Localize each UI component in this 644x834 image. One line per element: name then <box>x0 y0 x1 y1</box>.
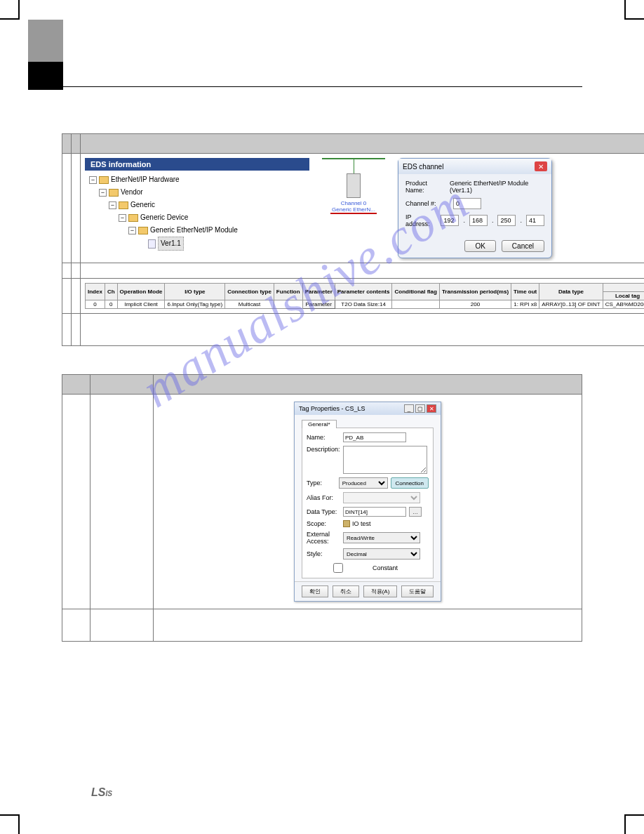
device-channel-label: Channel 0 <box>341 200 366 206</box>
cell-timeout: 1: RPI x8 <box>511 300 539 309</box>
col-item <box>72 134 81 154</box>
crop-mark <box>624 814 644 834</box>
crop-mark <box>624 0 644 20</box>
th-conn: Connection type <box>225 284 274 300</box>
step-no <box>62 154 72 263</box>
channel-label: Channel #: <box>405 200 449 207</box>
th-index: Index <box>86 284 105 300</box>
cancel-button[interactable]: Cancel <box>502 240 544 252</box>
col-content <box>81 134 645 154</box>
crop-mark <box>0 814 20 834</box>
crop-mark <box>0 0 20 20</box>
device-column: Channel 0 Generic EtherN... <box>322 158 385 214</box>
folder-icon <box>119 201 128 209</box>
th-cflag: Conditional flag <box>392 284 439 300</box>
eds-title: EDS information <box>85 158 309 171</box>
ip-octet-4[interactable] <box>526 215 544 226</box>
col-item <box>90 375 154 395</box>
scope-value: IO test <box>352 520 371 527</box>
ip-octet-2[interactable] <box>469 215 488 226</box>
tree-vendor[interactable]: Vendor <box>121 186 143 199</box>
tab-general[interactable]: General* <box>302 420 337 428</box>
alias-select[interactable] <box>343 492 420 503</box>
footer-logo: LSIS <box>91 786 112 799</box>
tree-toggle[interactable]: − <box>89 176 97 184</box>
cell-ch: 0 <box>105 300 117 309</box>
th-io: I/O type <box>165 284 225 300</box>
tree-toggle[interactable]: − <box>128 227 136 234</box>
table-row[interactable]: 0 0 Implicit Client 6.Input Only(Tag typ… <box>86 300 645 309</box>
close-icon[interactable]: ✕ <box>427 404 436 413</box>
procedure-table-1: EDS information −EtherNet/IP Hardware −V… <box>62 133 644 346</box>
tree-module[interactable]: Generic EtherNet/IP Module <box>150 224 238 237</box>
close-icon[interactable]: ✕ <box>535 161 547 171</box>
th-param: Parameter <box>302 284 335 300</box>
cell-dtype: ARRAY[0..13] OF DINT <box>539 300 603 309</box>
constant-checkbox[interactable] <box>307 563 370 573</box>
type-select[interactable]: Produced <box>339 477 388 489</box>
chapter-tab <box>28 20 63 90</box>
tree-toggle[interactable]: − <box>119 214 126 222</box>
controller-icon <box>343 520 350 527</box>
ip-octet-3[interactable] <box>497 215 516 226</box>
dialog-title: EDS channel <box>403 163 443 171</box>
ip-octet-1[interactable] <box>441 215 459 226</box>
device-icon[interactable] <box>347 173 361 198</box>
maximize-icon[interactable]: ▢ <box>415 404 425 413</box>
dtype-label: Data Type: <box>307 508 340 515</box>
cell-pcont: T2O Data Size:14 <box>335 300 392 309</box>
dtype-input[interactable] <box>343 507 406 517</box>
type-label: Type: <box>307 479 336 486</box>
apply-button[interactable]: 적용(A) <box>363 585 398 597</box>
cancel-button[interactable]: 취소 <box>333 585 359 597</box>
col-no <box>62 134 72 154</box>
channel-input[interactable] <box>453 198 481 209</box>
th-dtype: Data type <box>539 284 603 300</box>
header-rule <box>63 86 582 87</box>
constant-label: Constant <box>373 564 398 571</box>
folder-icon <box>128 214 138 222</box>
cell-ltag: CS_AB%MD2000 <box>603 300 644 309</box>
th-ltag: Local tag <box>603 292 644 300</box>
dtype-browse-button[interactable]: … <box>409 507 422 517</box>
name-label: Name: <box>307 434 340 441</box>
product-name-value: Generic EtherNet/IP Module (Ver1.1) <box>450 180 544 194</box>
name-input[interactable] <box>343 432 406 442</box>
eds-tree-panel: EDS information −EtherNet/IP Hardware −V… <box>85 158 309 251</box>
step-item <box>72 154 81 263</box>
ext-select[interactable]: Read/Write <box>343 532 420 543</box>
cell-op: Implicit Client <box>117 300 165 309</box>
desc-textarea[interactable] <box>343 446 427 474</box>
style-label: Style: <box>307 550 340 557</box>
cell-io: 6.Input Only(Tag type) <box>165 300 225 309</box>
style-select[interactable]: Decimal <box>343 548 420 560</box>
help-button[interactable]: 도움말 <box>401 585 434 597</box>
alias-label: Alias For: <box>307 494 340 501</box>
tag-properties-dialog: Tag Properties - CS_LS _ ▢ ✕ General* Na… <box>294 402 441 602</box>
cell-func <box>274 300 302 309</box>
ok-button[interactable]: 확인 <box>302 585 328 597</box>
tree-device[interactable]: Generic Device <box>140 211 188 224</box>
tree-root[interactable]: EtherNet/IP Hardware <box>111 173 180 186</box>
tree-toggle[interactable]: − <box>99 189 107 197</box>
connection-button[interactable]: Connection <box>391 477 429 489</box>
tree-toggle[interactable]: − <box>109 201 116 209</box>
th-pcont: Parameter contents <box>335 284 392 300</box>
ext-label: External Access: <box>307 531 340 545</box>
cell-param[interactable]: Parameter <box>302 300 335 309</box>
th-ch: Ch <box>105 284 117 300</box>
file-icon <box>148 239 156 249</box>
minimize-icon[interactable]: _ <box>404 404 414 413</box>
eds-channel-dialog: EDS channel ✕ Product Name:Generic Ether… <box>398 158 552 258</box>
col-no <box>62 375 90 395</box>
ok-button[interactable]: OK <box>464 240 495 252</box>
tree-generic[interactable]: Generic <box>130 199 155 211</box>
th-timeout: Time out <box>511 284 539 300</box>
folder-icon <box>138 227 148 234</box>
step-content: EDS information −EtherNet/IP Hardware −V… <box>81 154 645 263</box>
th-func: Function <box>274 284 302 300</box>
eip-settings-table: Index Ch Operation Mode I/O type Connect… <box>85 283 644 309</box>
procedure-table-2: Tag Properties - CS_LS _ ▢ ✕ General* Na… <box>62 374 582 642</box>
tree-ver-selected[interactable]: Ver1.1 <box>158 237 184 251</box>
folder-icon <box>99 176 109 184</box>
